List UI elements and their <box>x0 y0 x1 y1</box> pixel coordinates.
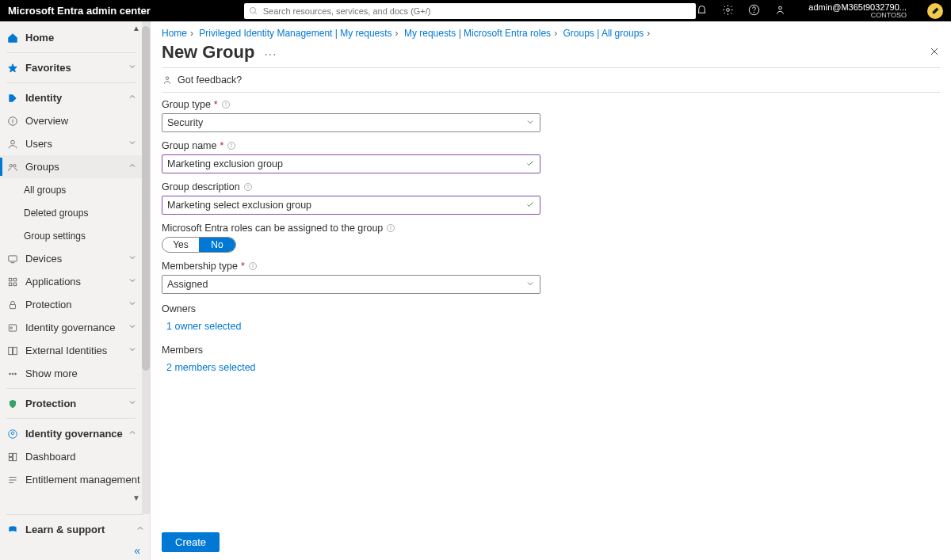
input-group-desc[interactable]: Marketing select exclusion group <box>162 196 540 215</box>
select-value: Security <box>167 117 203 128</box>
close-blade-button[interactable] <box>929 46 940 59</box>
link-members-selected[interactable]: 2 members selected <box>162 359 940 376</box>
svg-rect-15 <box>13 278 17 281</box>
idgov-section-icon <box>6 428 19 440</box>
sidebar-item-protection[interactable]: Protection <box>0 293 142 316</box>
crumb-pim[interactable]: Privileged Identity Management | My requ… <box>199 28 391 39</box>
label-group-type: Group type* <box>162 99 940 110</box>
input-group-name[interactable]: Marketing exclusion group <box>162 154 540 173</box>
svg-point-0 <box>250 7 255 13</box>
svg-point-9 <box>11 140 15 144</box>
sidebar-item-applications[interactable]: Applications <box>0 270 142 293</box>
sidebar-item-entitlement[interactable]: Entitlement management <box>0 468 142 491</box>
settings-icon[interactable] <box>722 4 734 18</box>
svg-point-20 <box>10 326 12 328</box>
sidebar-item-home[interactable]: Home <box>0 26 142 49</box>
sidebar-item-deleted-groups[interactable]: Deleted groups <box>0 201 142 224</box>
sidebar-item-users[interactable]: Users <box>0 132 142 155</box>
sidebar-item-group-settings[interactable]: Group settings <box>0 224 142 247</box>
sidebar-item-all-groups[interactable]: All groups <box>0 178 142 201</box>
label-owners: Owners <box>162 303 940 314</box>
svg-point-25 <box>15 373 17 375</box>
chevron-down-icon <box>128 276 137 288</box>
sidebar-item-favorites[interactable]: Favorites <box>0 56 142 79</box>
svg-rect-16 <box>9 283 12 286</box>
toggle-no[interactable]: No <box>199 238 235 252</box>
svg-point-48 <box>391 227 391 227</box>
sidebar-section-idgov[interactable]: Identity governance <box>0 422 142 445</box>
devices-icon <box>6 253 19 265</box>
sidebar-item-idgov[interactable]: Identity governance <box>0 316 142 339</box>
tenant-name: CONTOSO <box>871 12 907 19</box>
svg-rect-17 <box>13 283 17 286</box>
create-button[interactable]: Create <box>162 532 220 552</box>
check-icon <box>525 200 535 211</box>
sidebar-item-label: Show more <box>25 368 78 379</box>
search-input[interactable] <box>263 4 692 18</box>
account-info[interactable]: admin@M365t9032790... CONTOSO <box>808 3 907 19</box>
sidebar-item-overview[interactable]: Overview <box>0 109 142 132</box>
feedback-button[interactable]: Got feedback? <box>151 68 951 92</box>
global-search[interactable] <box>244 3 697 19</box>
sidebar-item-show-more[interactable]: Show more <box>0 362 142 385</box>
svg-point-23 <box>10 373 11 375</box>
chevron-up-icon <box>128 161 137 173</box>
feedback-label: Got feedback? <box>178 74 242 86</box>
more-icon <box>6 368 19 380</box>
lock-icon <box>6 299 19 311</box>
label-membership: Membership type* <box>162 261 940 272</box>
toggle-yes[interactable]: Yes <box>162 238 199 252</box>
svg-point-32 <box>269 54 271 55</box>
entitlement-icon <box>6 474 19 486</box>
svg-rect-14 <box>9 278 12 281</box>
sidebar-item-dashboard[interactable]: Dashboard <box>0 445 142 468</box>
select-group-type[interactable]: Security <box>162 113 540 132</box>
crumb-groups[interactable]: Groups | All groups <box>563 28 644 39</box>
toggle-roles-assign[interactable]: Yes No <box>162 237 236 253</box>
crumb-home[interactable]: Home <box>162 28 187 39</box>
home-icon <box>6 32 19 44</box>
sidebar-scrollbar[interactable] <box>142 21 150 514</box>
external-icon <box>6 345 19 357</box>
sidebar-item-label: Entitlement management <box>25 474 140 486</box>
sidebar-section-learn[interactable]: Learn & support <box>0 518 150 541</box>
sidebar-item-groups[interactable]: Groups <box>0 155 142 178</box>
svg-rect-22 <box>13 347 17 354</box>
account-email: admin@M365t9032790... <box>808 3 907 12</box>
link-owners-selected[interactable]: 1 owner selected <box>162 318 940 335</box>
info-icon[interactable] <box>248 261 258 271</box>
sidebar-item-label: Devices <box>25 253 62 265</box>
select-membership[interactable]: Assigned <box>162 275 540 294</box>
help-icon[interactable] <box>748 4 760 18</box>
info-icon[interactable] <box>227 141 236 150</box>
sidebar-scroll-thumb[interactable] <box>142 26 150 371</box>
chevron-down-icon <box>128 398 137 410</box>
svg-rect-12 <box>9 255 17 261</box>
svg-point-26 <box>9 429 17 438</box>
main-content: Home› Privileged Identity Management | M… <box>151 21 951 560</box>
svg-point-24 <box>12 373 13 375</box>
info-icon[interactable] <box>386 223 395 233</box>
info-icon[interactable] <box>243 182 253 192</box>
chevron-up-icon <box>128 92 137 104</box>
collapse-sidebar-button[interactable]: « <box>0 541 150 560</box>
label-roles-assign: Microsoft Entra roles can be assigned to… <box>162 223 940 234</box>
chevron-down-icon <box>128 138 137 150</box>
crumb-myreq[interactable]: My requests | Microsoft Entra roles <box>404 28 551 39</box>
feedback-icon[interactable] <box>774 4 786 18</box>
info-icon[interactable] <box>221 100 231 109</box>
chevron-up-icon <box>136 524 145 535</box>
sidebar-item-external[interactable]: External Identities <box>0 339 142 362</box>
svg-line-1 <box>254 12 257 14</box>
label-group-name: Group name* <box>162 140 940 151</box>
avatar[interactable] <box>927 3 943 19</box>
sidebar-item-label: Favorites <box>25 62 71 74</box>
scroll-down-icon[interactable]: ▼ <box>132 493 140 502</box>
sidebar-section-protection[interactable]: Protection <box>0 392 142 415</box>
notifications-icon[interactable] <box>696 4 708 18</box>
sidebar-item-devices[interactable]: Devices <box>0 247 142 270</box>
svg-rect-18 <box>10 304 16 308</box>
more-actions-icon[interactable] <box>264 47 277 59</box>
dashboard-icon <box>6 451 19 463</box>
sidebar-section-identity[interactable]: Identity <box>0 86 142 109</box>
